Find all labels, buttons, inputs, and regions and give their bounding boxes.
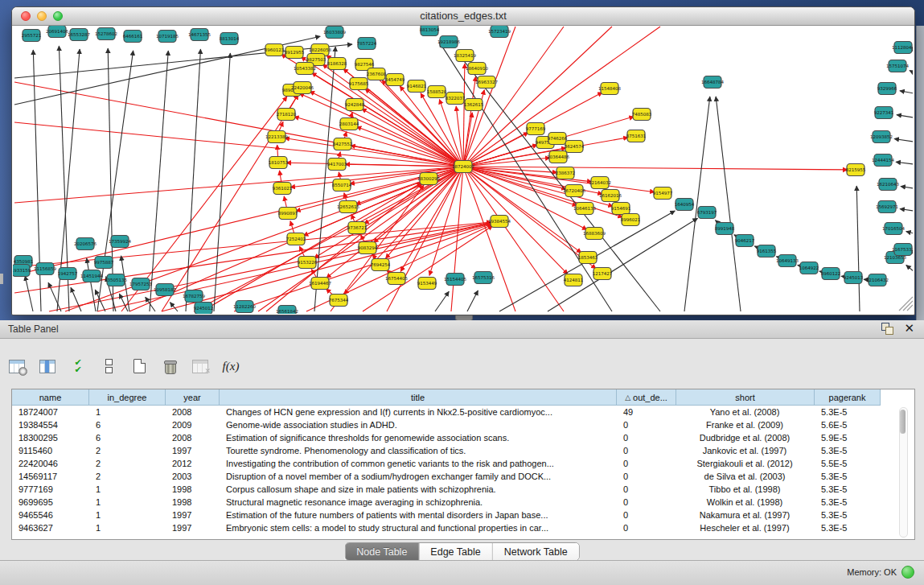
graph-node[interactable]: 9146821 (407, 80, 427, 93)
graph-node[interactable]: 15751074 (886, 60, 909, 72)
graph-node[interactable]: 9227341 (874, 107, 894, 119)
table-cell[interactable]: 2003 (166, 472, 220, 481)
table-cell[interactable]: Tibbo et al. (1998) (676, 484, 815, 494)
table-cell[interactable]: 22420046 (12, 459, 89, 468)
graph-node[interactable]: 9975887 (94, 257, 114, 269)
table-cell[interactable]: 49 (617, 407, 676, 417)
graph-node[interactable]: 16033809 (323, 27, 346, 39)
table-cell[interactable]: 9463627 (12, 523, 89, 533)
graph-node[interactable]: 8186328 (327, 58, 347, 70)
graph-node[interactable]: 8550714 (332, 179, 352, 192)
graph-node[interactable]: 8427552 (333, 138, 353, 150)
graph-node[interactable]: 8991948 (715, 223, 735, 235)
table-cell[interactable]: 2008 (166, 433, 220, 443)
graph-node[interactable]: 11451944 (80, 270, 103, 282)
table-cell[interactable]: Investigating the contribution of common… (220, 459, 617, 468)
graph-node[interactable]: 17359924 (109, 236, 131, 248)
column-header-in_degree[interactable]: in_degree (89, 389, 166, 406)
graph-node[interactable]: 10958187 (154, 284, 176, 296)
tab-node-table[interactable]: Node Table (345, 543, 419, 560)
graph-node[interactable]: 11128044 (892, 42, 913, 54)
graph-node[interactable]: 9329966 (877, 83, 897, 95)
table-panel-header[interactable]: Table Panel ✕ (0, 320, 924, 339)
graph-node[interactable]: 8813054 (420, 26, 440, 36)
graph-node[interactable]: 9154977 (653, 187, 673, 200)
table-cell[interactable]: 0 (617, 484, 676, 494)
graph-node[interactable]: 6466161 (123, 31, 143, 43)
graph-node[interactable]: 12444154 (872, 154, 894, 167)
float-panel-icon[interactable] (881, 323, 893, 334)
table-cell[interactable]: Corpus callosum shape and size in male p… (220, 484, 617, 494)
graph-node[interactable]: 9153226 (298, 257, 318, 269)
graph-node[interactable]: 16963327 (475, 76, 498, 89)
graph-node[interactable]: 1362615 (464, 99, 484, 111)
select-all-button[interactable]: ✔✔ (68, 356, 88, 377)
table-cell[interactable]: 9777169 (12, 484, 89, 494)
graph-node[interactable]: 1588520 (427, 86, 447, 98)
graph-node[interactable]: 1810753 (269, 157, 289, 169)
table-cell[interactable]: 19384554 (12, 420, 89, 430)
table-cell[interactable]: 5.3E-5 (815, 523, 881, 533)
table-cell[interactable]: 1 (89, 497, 166, 507)
graph-node[interactable]: 16162016 (599, 190, 622, 202)
table-cell[interactable]: 6 (89, 433, 166, 443)
graph-node[interactable]: 10719185 (156, 31, 179, 43)
table-cell[interactable]: 5.6E-5 (815, 420, 881, 430)
memory-status-indicator[interactable] (901, 566, 914, 579)
table-cell[interactable]: Dudbridge et al. (2008) (676, 433, 815, 443)
table-cell[interactable]: de Silva et al. (2003) (676, 472, 815, 481)
table-cell[interactable]: 1 (89, 407, 166, 417)
graph-node[interactable]: 3624574 (565, 141, 585, 153)
table-row[interactable]: 1456911722003Disruption of a novel membe… (12, 470, 914, 483)
table-cell[interactable]: 2012 (166, 459, 220, 468)
table-cell[interactable]: 5.3E-5 (815, 484, 881, 494)
graph-node[interactable]: 17016504 (882, 223, 905, 235)
column-header-title[interactable]: title (220, 389, 617, 406)
graph-node[interactable]: 18640910 (466, 63, 488, 75)
graph-node[interactable]: 2718120 (277, 109, 297, 121)
graph-node[interactable]: 9736721 (347, 222, 368, 234)
function-builder-button[interactable]: f(x) (220, 356, 241, 377)
tab-edge-table[interactable]: Edge Table (419, 543, 492, 560)
graph-node[interactable]: 20206576 (74, 238, 97, 250)
graph-node[interactable]: 1933159 (13, 265, 31, 277)
column-header-year[interactable]: year (166, 389, 220, 406)
graph-node[interactable]: 7252402 (286, 233, 306, 245)
table-cell[interactable]: 0 (617, 446, 676, 455)
graph-node[interactable]: 15154405 (444, 274, 466, 286)
table-cell[interactable]: Wolkin et al. (1998) (676, 497, 815, 507)
table-cell[interactable]: Hescheler et al. (1997) (676, 523, 815, 533)
table-cell[interactable]: 1998 (166, 484, 220, 494)
graph-node[interactable]: 8813014 (220, 33, 240, 45)
graph-node[interactable]: 9153449 (417, 278, 437, 290)
table-cell[interactable]: 6 (89, 420, 166, 430)
table-cell[interactable]: 9699695 (12, 497, 89, 507)
table-cell[interactable]: 2008 (166, 407, 220, 417)
clear-selection-button[interactable] (98, 356, 119, 377)
column-header-name[interactable]: name (12, 389, 89, 406)
table-cell[interactable]: 0 (617, 420, 676, 430)
table-cell[interactable]: Embryonic stem cells: a model to study s… (220, 523, 617, 533)
graph-node[interactable]: 18724007 (452, 161, 474, 173)
table-cell[interactable]: Yano et al. (2008) (676, 407, 815, 417)
table-cell[interactable]: 0 (617, 497, 676, 507)
graph-node[interactable]: 11282260 (233, 301, 256, 313)
show-columns-button[interactable] (37, 356, 58, 377)
graph-node[interactable]: 10646133 (573, 203, 596, 215)
graph-node[interactable]: 2386372 (556, 167, 576, 179)
table-cell[interactable]: 9465546 (12, 510, 89, 520)
graph-node[interactable]: 7485083 (632, 109, 652, 121)
table-cell[interactable]: 2 (89, 446, 166, 455)
table-cell[interactable]: 1 (89, 510, 166, 520)
table-cell[interactable]: 9115460 (12, 446, 89, 455)
graph-node[interactable]: 9746266 (548, 133, 568, 145)
graph-node[interactable]: 9777169 (526, 123, 546, 135)
graph-node[interactable]: 1064922 (799, 262, 819, 274)
table-row[interactable]: 946362711997Embryonic stem cells: a mode… (12, 521, 914, 534)
network-canvas[interactable]: 2955721206914061655328715278602646616110… (13, 26, 913, 314)
graph-node[interactable]: 8454749 (385, 74, 405, 86)
table-row[interactable]: 969969511998Structural magnetic resonanc… (12, 496, 914, 509)
table-cell[interactable]: 1997 (166, 523, 220, 533)
graph-node[interactable]: 19218986 (437, 36, 460, 48)
graph-node[interactable]: 9046217 (735, 235, 755, 247)
